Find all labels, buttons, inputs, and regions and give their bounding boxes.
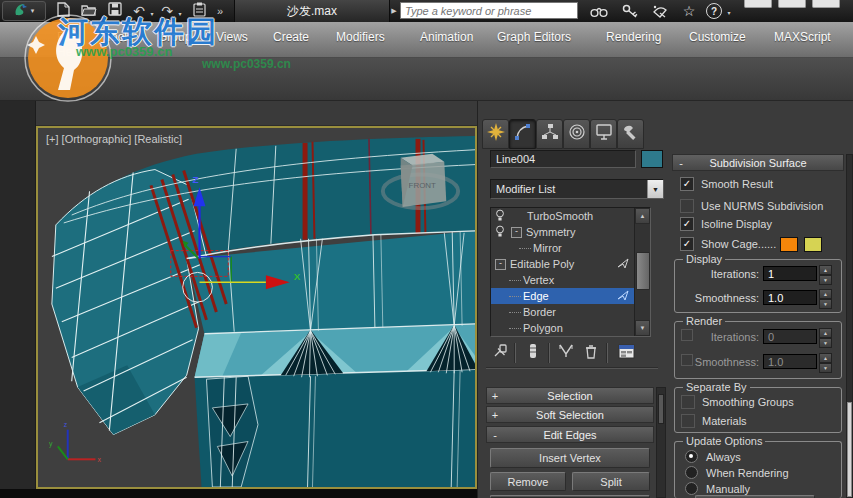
viewport-label[interactable]: [+] [Orthographic] [Realistic] bbox=[46, 133, 182, 145]
stack-row-border[interactable]: Border bbox=[491, 304, 650, 320]
menu-maxscript[interactable]: MAXScript bbox=[774, 30, 831, 44]
make-unique-button[interactable] bbox=[556, 344, 576, 362]
tab-modify[interactable] bbox=[509, 119, 536, 149]
qat-more-button[interactable]: » bbox=[212, 3, 228, 19]
viewcube[interactable]: FRONT bbox=[401, 154, 447, 207]
new-file-button[interactable] bbox=[52, 2, 74, 20]
isoline-display-checkbox[interactable]: ✓ bbox=[680, 217, 694, 231]
smoothing-groups-checkbox[interactable] bbox=[681, 395, 695, 409]
stack-scrollbar[interactable]: ▲ ▼ bbox=[634, 208, 650, 336]
split-button[interactable]: Split bbox=[572, 472, 650, 491]
menu-modifiers[interactable]: Modifiers bbox=[336, 30, 385, 44]
insert-vertex-button[interactable]: Insert Vertex bbox=[490, 448, 650, 468]
scroll-thumb[interactable] bbox=[658, 394, 664, 424]
save-file-button[interactable] bbox=[104, 2, 126, 20]
undo-button[interactable]: ↶ bbox=[130, 2, 148, 20]
redo-button[interactable]: ↷ bbox=[158, 2, 176, 20]
pin-stack-button[interactable] bbox=[492, 344, 510, 362]
open-file-button[interactable] bbox=[78, 2, 100, 20]
display-iterations-field[interactable]: 1 bbox=[763, 266, 817, 281]
collapse-toggle[interactable]: - bbox=[511, 227, 522, 238]
undo-dropdown[interactable]: ▾ bbox=[148, 8, 156, 18]
manually-radio[interactable] bbox=[685, 482, 698, 495]
title-expand-arrow[interactable]: ▶ bbox=[390, 6, 398, 16]
tab-hierarchy[interactable] bbox=[536, 119, 563, 149]
rollout-soft-selection[interactable]: + Soft Selection bbox=[486, 406, 654, 423]
favorites-star-icon[interactable]: ☆ bbox=[678, 2, 700, 20]
modifier-list-dropdown[interactable]: Modifier List ▼ bbox=[490, 179, 664, 199]
smooth-result-checkbox[interactable]: ✓ bbox=[680, 177, 694, 191]
spin-up[interactable]: ▲ bbox=[819, 328, 832, 338]
menu-edit[interactable]: Edit bbox=[57, 30, 78, 44]
stack-row-polygon[interactable]: Polygon bbox=[491, 320, 650, 336]
render-iterations-checkbox[interactable] bbox=[681, 329, 693, 341]
menu-tools[interactable]: Tools bbox=[105, 30, 133, 44]
spin-up[interactable]: ▲ bbox=[819, 289, 832, 299]
rollout-edit-edges[interactable]: - Edit Edges bbox=[486, 426, 654, 443]
minimize-button[interactable] bbox=[744, 0, 772, 8]
viewport[interactable]: FRONT Z X z bbox=[36, 126, 477, 489]
render-iterations-spinner[interactable]: ▲ ▼ bbox=[819, 328, 832, 348]
tab-motion[interactable] bbox=[563, 119, 590, 149]
help-dropdown[interactable]: ▾ bbox=[725, 8, 733, 16]
materials-checkbox[interactable] bbox=[681, 414, 695, 428]
search-input[interactable] bbox=[400, 2, 578, 19]
stack-row-edge[interactable]: Edge bbox=[491, 288, 650, 304]
stack-row-mirror[interactable]: Mirror bbox=[491, 240, 650, 256]
show-cage-checkbox[interactable]: ✓ bbox=[680, 237, 694, 251]
tab-display[interactable] bbox=[590, 119, 617, 149]
menu-help[interactable]: Help bbox=[57, 45, 82, 59]
spin-down[interactable]: ▼ bbox=[819, 275, 832, 285]
display-smoothness-field[interactable]: 1.0 bbox=[763, 290, 817, 305]
redo-dropdown[interactable]: ▾ bbox=[176, 8, 184, 18]
when-rendering-radio[interactable] bbox=[685, 466, 698, 479]
spin-down[interactable]: ▼ bbox=[819, 299, 832, 309]
application-menu-button[interactable]: ▾ bbox=[2, 1, 46, 21]
tab-utilities[interactable] bbox=[617, 119, 644, 149]
spin-down[interactable]: ▼ bbox=[819, 363, 832, 373]
cage-color-swatch[interactable] bbox=[780, 237, 798, 252]
render-iterations-field[interactable]: 0 bbox=[763, 329, 817, 344]
rollout-subdivision-surface[interactable]: - Subdivision Surface bbox=[672, 154, 844, 171]
scroll-up-button[interactable]: ▲ bbox=[635, 208, 650, 224]
search-icon[interactable] bbox=[586, 2, 612, 20]
show-end-result-button[interactable] bbox=[524, 344, 542, 362]
spin-up[interactable]: ▲ bbox=[819, 353, 832, 363]
menu-group[interactable]: Group bbox=[158, 30, 191, 44]
close-button[interactable] bbox=[812, 0, 840, 8]
scroll-thumb[interactable] bbox=[636, 252, 650, 290]
remove-modifier-button[interactable] bbox=[582, 344, 600, 362]
menu-graph-editors[interactable]: Graph Editors bbox=[497, 30, 571, 44]
satellite-icon[interactable] bbox=[648, 2, 672, 20]
tab-create[interactable] bbox=[482, 119, 509, 149]
menu-customize[interactable]: Customize bbox=[689, 30, 746, 44]
scroll-thumb[interactable] bbox=[847, 402, 852, 497]
stack-row-editable-poly[interactable]: - Editable Poly bbox=[491, 256, 650, 272]
spin-down[interactable]: ▼ bbox=[819, 338, 832, 348]
configure-modifier-sets-button[interactable] bbox=[616, 344, 636, 362]
stack-row-symmetry[interactable]: - Symmetry bbox=[491, 224, 650, 240]
stack-row-vertex[interactable]: Vertex bbox=[491, 272, 650, 288]
scroll-down-button[interactable]: ▼ bbox=[635, 320, 650, 336]
cage-selected-color-swatch[interactable] bbox=[804, 237, 822, 252]
rollout-selection[interactable]: + Selection bbox=[486, 387, 654, 404]
menu-animation[interactable]: Animation bbox=[420, 30, 473, 44]
spin-up[interactable]: ▲ bbox=[819, 265, 832, 275]
menu-rendering[interactable]: Rendering bbox=[606, 30, 661, 44]
object-name-field[interactable]: Line004 bbox=[490, 150, 636, 168]
object-color-swatch[interactable] bbox=[641, 150, 663, 168]
remove-button[interactable]: Remove bbox=[490, 472, 566, 491]
render-smoothness-field[interactable]: 1.0 bbox=[763, 354, 817, 369]
menu-views[interactable]: Views bbox=[216, 30, 248, 44]
project-folder-button[interactable] bbox=[188, 2, 210, 20]
use-nurms-checkbox[interactable] bbox=[680, 199, 694, 213]
render-smoothness-spinner[interactable]: ▲ ▼ bbox=[819, 353, 832, 373]
stack-row-turbosmooth[interactable]: TurboSmooth bbox=[491, 208, 650, 224]
panel-column-scrollbar[interactable] bbox=[656, 387, 666, 498]
help-button[interactable]: ? bbox=[706, 3, 722, 19]
maximize-button[interactable] bbox=[778, 0, 806, 8]
display-iterations-spinner[interactable]: ▲ ▼ bbox=[819, 265, 832, 285]
panel-right-scrollbar[interactable] bbox=[846, 154, 853, 498]
display-smoothness-spinner[interactable]: ▲ ▼ bbox=[819, 289, 832, 309]
collapse-toggle[interactable]: - bbox=[495, 259, 506, 270]
